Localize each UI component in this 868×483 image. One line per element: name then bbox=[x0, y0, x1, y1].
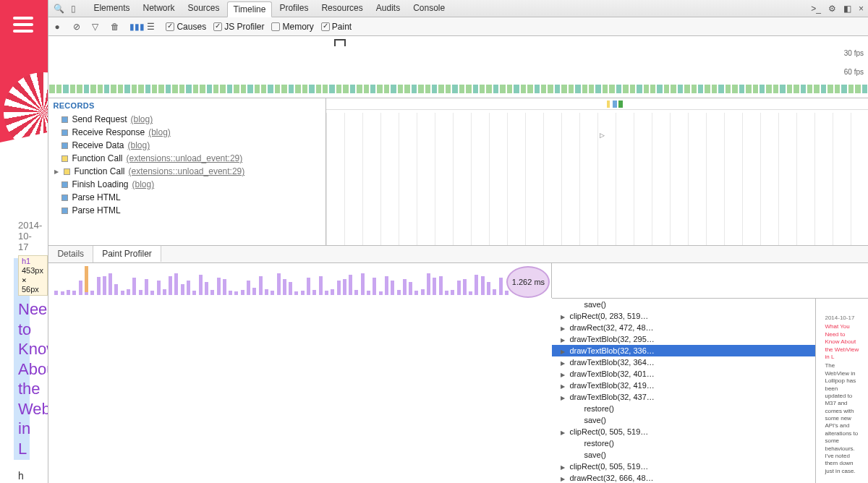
draw-call[interactable]: drawTextBlob(32, 419… bbox=[552, 380, 815, 391]
paint-time-badge: 1.262 ms bbox=[506, 266, 550, 298]
tab-console[interactable]: Console bbox=[407, 1, 451, 17]
record-row[interactable]: Function Call (extensions::unload_event:… bbox=[48, 152, 326, 165]
garbage-icon[interactable]: 🗑 bbox=[111, 22, 121, 32]
devtools-toolbar: 🔍 ▯ ElementsNetworkSourcesTimelineProfil… bbox=[48, 0, 868, 17]
subtab-details[interactable]: Details bbox=[48, 246, 93, 262]
flame-chart[interactable]: ▷ bbox=[326, 98, 868, 245]
paint-profiler: 1.262 ms save()clipRect(0, 283, 519…draw… bbox=[48, 263, 868, 483]
checkbox-memory[interactable]: Memory bbox=[271, 22, 313, 32]
paint-preview: 2014-10-17What You Need to Know About th… bbox=[816, 299, 868, 483]
element-dimensions-tooltip: h1 453px × 56px bbox=[18, 255, 48, 296]
overview-selection-handle[interactable] bbox=[334, 39, 346, 46]
record-row[interactable]: Finish Loading (blog) bbox=[48, 178, 326, 191]
subtab-paint-profiler[interactable]: Paint Profiler bbox=[93, 245, 161, 262]
devtools-panel: 🔍 ▯ ElementsNetworkSourcesTimelineProfil… bbox=[48, 0, 868, 483]
device-toggle-icon[interactable]: ▯ bbox=[67, 4, 79, 14]
checkbox-paint[interactable]: Paint bbox=[321, 22, 352, 32]
draw-call[interactable]: drawTextBlob(32, 364… bbox=[552, 356, 815, 368]
record-row[interactable]: Parse HTML bbox=[48, 204, 326, 217]
record-row[interactable]: Receive Data (blog) bbox=[48, 139, 326, 152]
post-date: 2014-10-17 bbox=[18, 220, 30, 252]
close-icon[interactable]: × bbox=[859, 4, 864, 14]
inspect-icon[interactable]: 🔍 bbox=[53, 4, 64, 14]
hamburger-icon[interactable] bbox=[13, 13, 33, 36]
draw-call[interactable]: clipRect(0, 505, 519… bbox=[552, 461, 815, 472]
records-header: RECORDS bbox=[48, 98, 326, 113]
drawer-toggle-icon[interactable]: >_ bbox=[811, 4, 821, 14]
draw-call-list[interactable]: save()clipRect(0, 283, 519…drawRect(32, … bbox=[552, 299, 816, 483]
draw-call[interactable]: clipRect(0, 505, 519… bbox=[552, 426, 815, 437]
checkbox-js-profiler[interactable]: JS Profiler bbox=[213, 22, 264, 32]
record-icon[interactable]: ● bbox=[54, 22, 64, 32]
clear-icon[interactable]: ⊘ bbox=[73, 22, 83, 32]
hero-image: ➤ bbox=[0, 0, 48, 202]
paint-profiler-chart[interactable]: 1.262 ms bbox=[48, 263, 552, 298]
tab-profiles[interactable]: Profiles bbox=[273, 1, 314, 17]
draw-call[interactable]: save() bbox=[552, 299, 815, 310]
draw-call[interactable]: drawTextBlob(32, 401… bbox=[552, 368, 815, 380]
draw-call[interactable]: save() bbox=[552, 414, 815, 426]
timeline-overview[interactable]: 30 fps 60 fps bbox=[48, 36, 868, 98]
fps-label: 60 fps bbox=[844, 68, 864, 76]
barchart-icon[interactable]: ▮▮▮ bbox=[129, 22, 140, 32]
tab-timeline[interactable]: Timeline bbox=[227, 1, 273, 17]
record-row[interactable]: Send Request (blog) bbox=[48, 113, 326, 126]
record-row[interactable]: Function Call (extensions::unload_event:… bbox=[48, 165, 326, 178]
filter-icon[interactable]: ▽ bbox=[92, 22, 102, 32]
draw-call[interactable]: drawTextBlob(32, 437… bbox=[552, 391, 815, 403]
draw-call[interactable]: restore() bbox=[552, 403, 815, 414]
record-row[interactable]: Receive Response (blog) bbox=[48, 126, 326, 139]
draw-call[interactable]: drawRect(32, 666, 48… bbox=[552, 472, 815, 483]
draw-call[interactable]: drawTextBlob(32, 336… bbox=[552, 345, 815, 356]
tab-elements[interactable]: Elements bbox=[88, 1, 135, 17]
rendered-page: ➤ 2014-10-17 What You Need to Know About… bbox=[0, 0, 48, 483]
draw-call[interactable]: restore() bbox=[552, 437, 815, 449]
post-excerpt: h Lollipop has been updated to M37 and c… bbox=[18, 469, 30, 483]
records-panel: RECORDS Send Request (blog)Receive Respo… bbox=[48, 98, 326, 245]
checkbox-causes[interactable]: Causes bbox=[166, 22, 206, 32]
settings-icon[interactable]: ⚙ bbox=[828, 4, 836, 14]
draw-call[interactable]: clipRect(0, 283, 519… bbox=[552, 310, 815, 322]
tab-audits[interactable]: Audits bbox=[370, 1, 406, 17]
record-row[interactable]: Parse HTML bbox=[48, 191, 326, 204]
fps-label: 30 fps bbox=[844, 49, 864, 57]
dock-side-icon[interactable]: ◧ bbox=[843, 4, 851, 14]
draw-call[interactable]: drawRect(32, 472, 48… bbox=[552, 322, 815, 333]
draw-call[interactable]: save() bbox=[552, 449, 815, 461]
draw-call[interactable]: drawTextBlob(32, 295… bbox=[552, 333, 815, 345]
timeline-toolbar: ● ⊘ ▽ 🗑 ▮▮▮ ☰ CausesJS ProfilerMemoryPai… bbox=[48, 17, 868, 36]
flamechart-icon[interactable]: ☰ bbox=[147, 22, 157, 32]
tab-sources[interactable]: Sources bbox=[182, 1, 225, 17]
tab-network[interactable]: Network bbox=[137, 1, 180, 17]
tab-resources[interactable]: Resources bbox=[315, 1, 368, 17]
